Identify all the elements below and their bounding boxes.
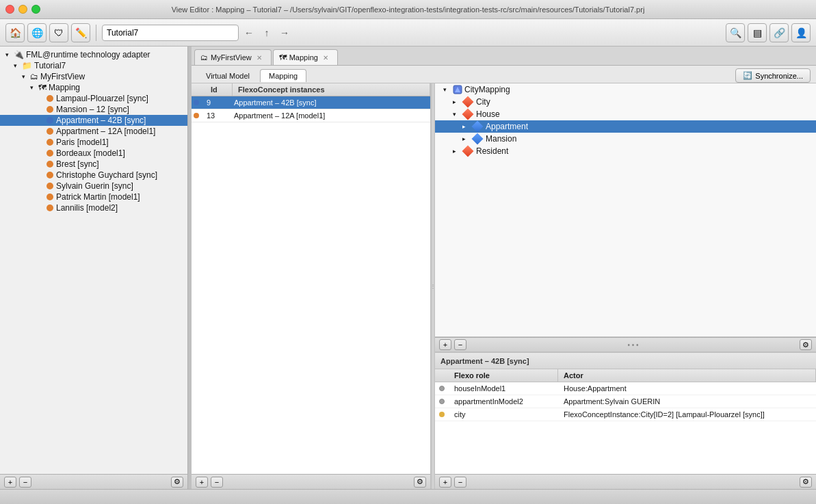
expand-icon: ▾ (453, 111, 462, 118)
sub-tab-virtual-model[interactable]: Virtual Model (197, 69, 259, 82)
tab-myfirstview[interactable]: 🗂 MyFirstView ✕ (194, 49, 272, 65)
mapping-panel: ▾ CityMapping ▸ (435, 83, 816, 489)
synchronize-button[interactable]: 🔄 Synchronize... (735, 68, 811, 83)
sidebar-item-christophe[interactable]: Christophe Guychard [sync] (0, 170, 187, 181)
toolbar-icon-3[interactable]: 🔗 (769, 23, 789, 42)
appartment-diamond-icon (472, 121, 484, 133)
table-row[interactable]: 9 Appartment – 42B [sync] (192, 96, 430, 109)
detail-gear-button[interactable]: ⚙ (800, 477, 812, 488)
sidebar-item-brest[interactable]: Brest [sync] (0, 159, 187, 170)
mapping-item-house[interactable]: ▾ House (435, 108, 816, 120)
mapping-item-appartment[interactable]: ▸ Appartment (435, 120, 816, 133)
sidebar-mansion12-label: Mansion – 12 [sync] (56, 105, 129, 114)
mapping-item-resident[interactable]: ▸ Resident (435, 145, 816, 157)
table-add-button[interactable]: + (196, 477, 208, 488)
mapping-item-mansion[interactable]: ▸ Mansion (435, 133, 816, 145)
sidebar-christophe-label: Christophe Guychard [sync] (56, 170, 157, 180)
nav-right-button[interactable]: → (277, 25, 292, 40)
sidebar-item-lampaul[interactable]: Lampaul-Plouarzel [sync] (0, 93, 187, 104)
table-cell-concept-2: Appartment – 12A [model1] (228, 109, 430, 122)
expand-icon: ▸ (453, 98, 462, 105)
mapping-add-button[interactable]: + (439, 339, 451, 350)
table-gear-button[interactable]: ⚙ (414, 477, 426, 488)
nav-up-button[interactable]: ↑ (259, 25, 274, 40)
table-indicator-header (192, 83, 205, 96)
toolbar-icon-1[interactable]: 🔍 (726, 23, 745, 42)
sidebar-item-fml-adapter[interactable]: ▾ 🔌 FML@runtime technology adapter (0, 49, 187, 60)
maximize-button[interactable] (31, 5, 40, 14)
content-area: Id FlexoConcept instances 9 Appartment –… (192, 83, 816, 489)
tab-myfirstview-close[interactable]: ✕ (254, 53, 264, 62)
sidebar-gear-button[interactable]: ⚙ (171, 477, 183, 488)
detail-footer: + − ⚙ (435, 474, 816, 489)
detail-actor-2: Appartment:Sylvain GUERIN (558, 395, 816, 408)
arrow-icon: ▾ (5, 51, 14, 58)
close-button[interactable] (5, 5, 14, 14)
mapping-gear-button[interactable]: ⚙ (800, 339, 812, 350)
sidebar-fml-label: FML@runtime technology adapter (26, 50, 150, 59)
mapping-item-city[interactable]: ▸ City (435, 96, 816, 108)
expand-icon: ▸ (453, 148, 462, 155)
mapping-item-citymapping[interactable]: ▾ CityMapping (435, 83, 816, 96)
sidebar-item-tutorial7[interactable]: ▾ 📁 Tutorial7 (0, 60, 187, 71)
sidebar-item-appartment42b[interactable]: Appartment – 42B [sync] (0, 115, 187, 126)
mapping-tree-footer: + − • • • ⚙ (435, 337, 816, 352)
mapping-resident-label: Resident (476, 146, 508, 156)
sidebar-remove-button[interactable]: − (19, 477, 31, 488)
mapping-remove-button[interactable]: − (454, 339, 466, 350)
sidebar-item-myfirstview[interactable]: ▾ 🗂 MyFirstView (0, 71, 187, 82)
toolbar-btn-1[interactable]: 🏠 (5, 23, 25, 42)
status-dot (47, 172, 53, 178)
sidebar-item-mapping[interactable]: ▾ 🗺 Mapping (0, 82, 187, 93)
table-remove-button[interactable]: − (211, 477, 223, 488)
sub-tab-mapping[interactable]: Mapping (260, 69, 306, 82)
sidebar-sylvain-label: Sylvain Guerin [sync] (56, 181, 133, 191)
detail-remove-button[interactable]: − (454, 477, 466, 488)
sidebar-item-sylvain[interactable]: Sylvain Guerin [sync] (0, 181, 187, 191)
expand-icon: ▾ (443, 86, 453, 93)
sidebar-item-bordeaux[interactable]: Bordeaux [model1] (0, 148, 187, 159)
detail-row[interactable]: appartmentInModel2 Appartment:Sylvain GU… (435, 395, 816, 408)
instance-table-panel: Id FlexoConcept instances 9 Appartment –… (192, 83, 431, 489)
status-dot (47, 139, 53, 146)
detail-actor-3: FlexoConceptInstance:City[ID=2] [Lampaul… (558, 408, 816, 421)
sidebar-add-button[interactable]: + (4, 477, 16, 488)
sidebar-patrick-label: Patrick Martin [model1] (56, 192, 140, 202)
detail-row[interactable]: houseInModel1 House:Appartment (435, 382, 816, 395)
tab-mapping[interactable]: 🗺 Mapping ✕ (273, 49, 338, 65)
nav-left-button[interactable]: ← (241, 25, 256, 40)
toolbar-btn-3[interactable]: 🛡 (49, 23, 68, 42)
status-dot (47, 161, 53, 168)
detail-panel: Appartment – 42B [sync] Flexo role Actor (435, 352, 816, 489)
sidebar-item-mansion12[interactable]: Mansion – 12 [sync] (0, 104, 187, 115)
minimize-button[interactable] (18, 5, 27, 14)
detail-indicator-col (435, 369, 449, 382)
table-cell-concept-1: Appartment – 42B [sync] (228, 96, 430, 109)
sidebar-item-lannilis[interactable]: Lannilis [model2] (0, 202, 187, 213)
resident-diamond-icon (462, 146, 474, 157)
sidebar-bordeaux-label: Bordeaux [model1] (56, 148, 125, 158)
status-dot (47, 106, 53, 113)
sidebar-item-patrick[interactable]: Patrick Martin [model1] (0, 191, 187, 202)
toolbar-icon-2[interactable]: ▤ (748, 23, 767, 42)
detail-header: Appartment – 42B [sync] (435, 353, 816, 369)
detail-row[interactable]: city FlexoConceptInstance:City[ID=2] [La… (435, 408, 816, 421)
row-indicator-1 (192, 100, 201, 105)
sidebar-paris-label: Paris [model1] (56, 137, 109, 147)
detail-indicator-1 (435, 386, 449, 391)
toolbar-btn-4[interactable]: ✏️ (71, 23, 90, 42)
project-name-input[interactable]: Tutorial7 (102, 25, 239, 41)
window-controls[interactable] (5, 5, 40, 14)
sidebar-item-paris[interactable]: Paris [model1] (0, 137, 187, 148)
toolbar-btn-2[interactable]: 🌐 (27, 23, 47, 42)
window-title: View Editor : Mapping – Tutorial7 – /Use… (172, 5, 645, 14)
tab-mapping-close[interactable]: ✕ (321, 53, 330, 62)
detail-add-button[interactable]: + (439, 477, 451, 488)
tab-myfirstview-icon: 🗂 (200, 53, 208, 62)
table-row[interactable]: 13 Appartment – 12A [model1] (192, 109, 430, 122)
sidebar-item-appartment12a[interactable]: Appartment – 12A [model1] (0, 126, 187, 137)
detail-dot-1 (439, 386, 445, 391)
mapping-city-label: City (476, 97, 490, 107)
toolbar-icon-4[interactable]: 👤 (791, 23, 811, 42)
detail-dot-3 (439, 412, 445, 417)
